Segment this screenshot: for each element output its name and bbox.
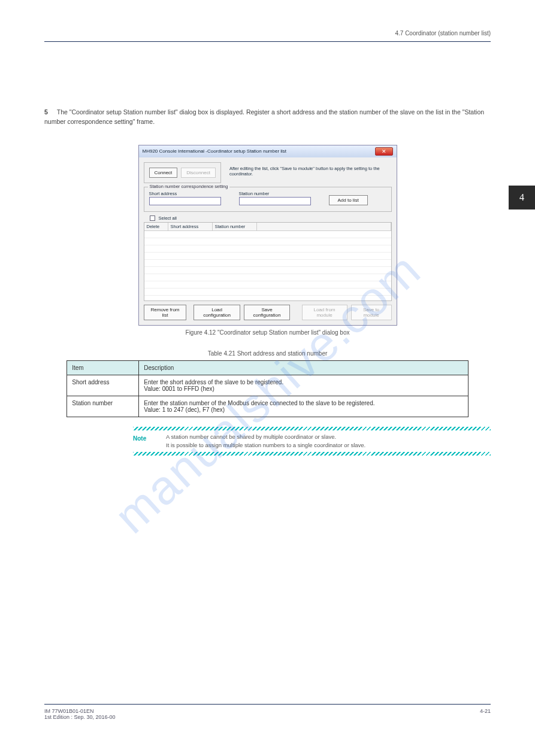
table-row bbox=[144, 231, 391, 238]
grid-header: Delete Short address Station number bbox=[144, 223, 391, 231]
dialog-window: MH920 Console International -Coordinator… bbox=[138, 145, 397, 326]
cell-item: Short address bbox=[67, 375, 139, 396]
station-correspondence-fieldset: Station number correspondence setting Sh… bbox=[144, 187, 392, 212]
note-label: Note bbox=[133, 433, 164, 444]
cell-item: Station number bbox=[67, 396, 139, 417]
remove-from-list-button[interactable]: Remove from list bbox=[144, 305, 187, 320]
save-configuration-button[interactable]: Save configuration bbox=[244, 305, 291, 320]
step-text: The "Coordinator setup Station number li… bbox=[44, 108, 484, 125]
table-row bbox=[144, 260, 391, 267]
col-delete: Delete bbox=[144, 223, 168, 230]
cell-desc: Enter the short address of the slave to … bbox=[139, 375, 468, 396]
table-row bbox=[144, 274, 391, 281]
add-to-list-button[interactable]: Add to list bbox=[329, 195, 368, 205]
table-row bbox=[144, 253, 391, 260]
side-tab-chapter: 4 bbox=[509, 186, 535, 210]
page-footer: IM 77W01B01-01EN 1st Edition : Sep. 30, … bbox=[44, 704, 491, 720]
table-row bbox=[144, 245, 391, 253]
disconnect-button: Disconnect bbox=[181, 168, 216, 178]
connect-button[interactable]: Connect bbox=[149, 168, 178, 178]
col-station-number: Station number bbox=[213, 223, 257, 230]
th-item: Item bbox=[67, 361, 139, 375]
note-divider-top bbox=[133, 427, 491, 430]
col-short-address: Short address bbox=[168, 223, 213, 230]
fieldset-legend: Station number correspondence setting bbox=[148, 184, 230, 189]
spec-table: Item Description Short address Enter the… bbox=[67, 360, 468, 417]
note-block: Note A station number cannot be shared b… bbox=[133, 427, 491, 456]
col-spacer bbox=[257, 223, 391, 230]
station-number-label: Station number bbox=[239, 191, 311, 196]
connection-frame: Connect Disconnect bbox=[144, 162, 221, 183]
table-row bbox=[144, 289, 391, 296]
close-icon[interactable]: ✕ bbox=[375, 147, 393, 156]
section-header: 4.7 Coordinator (station number list) bbox=[44, 0, 491, 37]
table-caption: Table 4.21 Short address and station num… bbox=[44, 350, 491, 357]
select-all-label: Select all bbox=[159, 215, 177, 221]
th-description: Description bbox=[139, 361, 468, 375]
header-divider bbox=[44, 41, 491, 42]
station-list-grid[interactable]: Delete Short address Station number bbox=[144, 222, 392, 301]
footer-divider bbox=[44, 704, 491, 705]
footer-page-number: 4-21 bbox=[480, 708, 491, 720]
table-row: Short address Enter the short address of… bbox=[67, 375, 468, 396]
short-address-input[interactable] bbox=[149, 197, 221, 205]
load-configuration-button[interactable]: Load configuration bbox=[194, 305, 240, 320]
save-to-module-button: Save to module bbox=[351, 305, 392, 320]
note-body: A station number cannot be shared by mul… bbox=[166, 433, 488, 450]
step-paragraph: 5 The "Coordinator setup Station number … bbox=[44, 108, 491, 127]
table-row bbox=[144, 238, 391, 245]
table-row: Station number Enter the station number … bbox=[67, 396, 468, 417]
load-from-module-button: Load from module bbox=[302, 305, 347, 320]
footer-left: IM 77W01B01-01EN 1st Edition : Sep. 30, … bbox=[44, 708, 480, 720]
cell-desc: Enter the station number of the Modbus d… bbox=[139, 396, 468, 417]
step-number: 5 bbox=[44, 108, 55, 117]
figure-caption: Figure 4.12 "Coordinator setup Station n… bbox=[44, 329, 491, 336]
titlebar: MH920 Console International -Coordinator… bbox=[139, 145, 397, 157]
info-text: After editing the list, click "Save to m… bbox=[226, 162, 392, 183]
note-divider-bottom bbox=[133, 452, 491, 456]
select-all-checkbox[interactable]: Select all bbox=[150, 215, 392, 221]
station-number-input[interactable] bbox=[239, 197, 311, 205]
short-address-label: Short address bbox=[149, 191, 221, 196]
table-row bbox=[144, 267, 391, 274]
grid-rows bbox=[144, 231, 391, 296]
window-title: MH920 Console International -Coordinator… bbox=[143, 148, 375, 154]
table-row bbox=[144, 281, 391, 289]
